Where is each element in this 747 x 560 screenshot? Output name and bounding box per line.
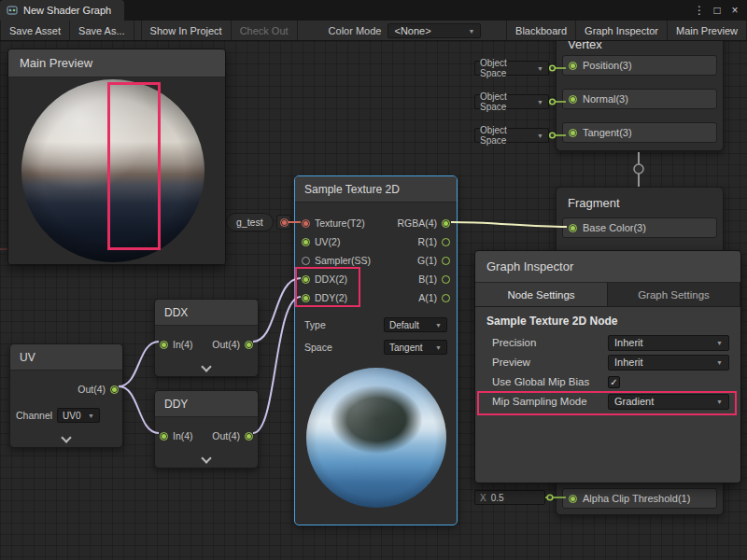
normal-space-dropdown[interactable]: Object Space ▼ [474, 94, 549, 109]
ddx-out-port-icon[interactable] [245, 341, 253, 349]
precision-row: Precision Inherit ▼ [486, 333, 729, 352]
normal-space-value: Object Space [480, 91, 533, 112]
property-output-port-icon[interactable] [280, 218, 289, 227]
a-port[interactable]: A(1) [397, 288, 450, 307]
ddx-node[interactable]: DDX In(4) Out(4) [154, 299, 259, 377]
sample-input-ports: Texture(T2) UV(2) Sampler(SS) DDX(2) DDY… [302, 214, 371, 307]
vertex-port-position[interactable]: Position(3) [562, 55, 717, 76]
normal-port-label: Normal(3) [583, 93, 628, 105]
ddx-in-port[interactable]: In(4) [160, 339, 193, 350]
chevron-down-icon: ▼ [716, 399, 723, 405]
ddy-input-port-label: DDY(2) [315, 292, 347, 303]
rgba-port-icon[interactable] [442, 219, 450, 228]
menu-icon[interactable]: ⋮ [692, 0, 707, 21]
rgba-port[interactable]: RGBA(4) [397, 214, 450, 232]
main-preview-sphere[interactable] [21, 79, 204, 262]
ddy-collapse-button[interactable] [155, 455, 258, 462]
main-preview-toggle-button[interactable]: Main Preview [668, 21, 747, 40]
mip-mode-row: Mip Sampling Mode Gradient ▼ [486, 392, 729, 411]
ddx-input-port[interactable]: DDX(2) [302, 270, 371, 288]
uv-out-label: Out(4) [78, 384, 106, 395]
sampler-port[interactable]: Sampler(SS) [302, 251, 371, 270]
ddy-out-port[interactable]: Out(4) [212, 430, 253, 441]
texture-port[interactable]: Texture(T2) [302, 214, 371, 232]
vertex-port-normal[interactable]: Normal(3) [562, 89, 717, 109]
mip-mode-dropdown[interactable]: Gradient ▼ [608, 394, 729, 410]
ddy-input-port[interactable]: DDY(2) [302, 288, 371, 307]
position-space-dropdown[interactable]: Object Space ▼ [474, 61, 549, 76]
texture-port-icon[interactable] [302, 219, 310, 228]
alpha-clip-value-widget[interactable]: X 0.5 [474, 490, 545, 505]
chevron-down-icon: ▼ [537, 65, 543, 72]
collapse-chevron-icon [201, 361, 211, 371]
g-port[interactable]: G(1) [397, 251, 450, 270]
ddy-in-port[interactable]: In(4) [160, 430, 193, 441]
ddx-in-port-icon[interactable] [160, 341, 168, 349]
document-tab[interactable]: New Shader Graph [0, 0, 124, 21]
uv-input-port[interactable]: UV(2) [302, 232, 371, 251]
maximize-icon[interactable]: □ [710, 0, 725, 21]
precision-dropdown[interactable]: Inherit ▼ [608, 335, 729, 351]
r-port-icon[interactable] [442, 238, 450, 246]
save-as-button[interactable]: Save As... [70, 21, 134, 40]
graph-inspector-header[interactable]: Graph Inspector [475, 251, 740, 283]
collapse-chevron-icon [61, 432, 71, 442]
tab-node-settings[interactable]: Node Settings [475, 283, 608, 306]
ddy-out-port-icon[interactable] [245, 432, 253, 441]
tab-graph-settings[interactable]: Graph Settings [608, 283, 740, 306]
preview-dropdown[interactable]: Inherit ▼ [608, 355, 729, 371]
tangent-port-label: Tangent(3) [583, 127, 632, 138]
g-port-icon[interactable] [442, 257, 450, 265]
b-port[interactable]: B(1) [397, 270, 450, 288]
mip-mode-label: Mip Sampling Mode [492, 396, 608, 407]
inspector-heading: Sample Texture 2D Node [486, 315, 729, 328]
uv-input-port-icon[interactable] [302, 238, 310, 246]
ddy-port-row: In(4) Out(4) [155, 427, 258, 445]
space-dropdown[interactable]: Tangent ▼ [384, 340, 447, 355]
type-dropdown[interactable]: Default ▼ [384, 317, 447, 332]
alpha-value[interactable]: 0.5 [491, 493, 504, 503]
color-mode-dropdown[interactable]: <None> ▼ [388, 23, 481, 38]
toolbar: Save Asset Save As... Show In Project Ch… [0, 21, 747, 41]
a-port-icon[interactable] [442, 294, 450, 302]
ddx-input-port-icon[interactable] [302, 275, 310, 284]
type-value: Default [389, 320, 419, 330]
position-port-icon[interactable] [569, 62, 577, 70]
basecolor-port-icon[interactable] [569, 224, 577, 232]
uv-out-port-icon[interactable] [110, 385, 119, 394]
ddx-port-row: In(4) Out(4) [155, 335, 258, 354]
show-in-project-button[interactable]: Show In Project [141, 21, 232, 40]
ddx-out-port[interactable]: Out(4) [212, 339, 253, 350]
b-port-icon[interactable] [442, 275, 450, 284]
save-asset-button[interactable]: Save Asset [0, 21, 70, 40]
sample-texture-2d-node[interactable]: Sample Texture 2D Texture(T2) UV(2) Samp… [294, 175, 458, 525]
fragment-port-alphaclip[interactable]: Alpha Clip Threshold(1) [562, 488, 717, 509]
preview-value: Inherit [614, 357, 643, 368]
property-output-port-box[interactable] [276, 215, 291, 230]
blackboard-toggle-button[interactable]: Blackboard [506, 21, 576, 40]
ddy-node[interactable]: DDY In(4) Out(4) [154, 390, 259, 469]
ddy-in-port-icon[interactable] [160, 432, 168, 441]
graph-inspector-toggle-button[interactable]: Graph Inspector [576, 21, 668, 40]
tangent-port-icon[interactable] [569, 129, 577, 137]
chevron-down-icon: ▼ [537, 133, 543, 139]
uv-out-port-row[interactable]: Out(4) [10, 380, 122, 399]
close-icon[interactable]: × [727, 0, 742, 21]
alphaclip-port-icon[interactable] [569, 495, 577, 503]
ddy-input-port-icon[interactable] [302, 294, 310, 302]
mip-bias-checkbox[interactable]: ✓ [608, 376, 620, 388]
vertex-port-tangent[interactable]: Tangent(3) [562, 122, 717, 143]
fragment-port-basecolor[interactable]: Base Color(3) [562, 217, 717, 238]
position-port-label: Position(3) [583, 60, 632, 71]
ddx-collapse-button[interactable] [155, 363, 258, 371]
uv-node[interactable]: UV Out(4) Channel UV0 ▼ [9, 343, 123, 448]
property-node-g-test[interactable]: g_test [226, 213, 274, 231]
normal-port-icon[interactable] [569, 95, 577, 104]
tangent-space-dropdown[interactable]: Object Space ▼ [474, 128, 549, 143]
uv-channel-dropdown[interactable]: UV0 ▼ [57, 408, 100, 423]
uv-collapse-button[interactable] [10, 434, 122, 441]
precision-value: Inherit [614, 337, 643, 348]
main-preview-header[interactable]: Main Preview [8, 49, 225, 77]
r-port[interactable]: R(1) [397, 232, 450, 251]
sampler-port-icon[interactable] [302, 257, 310, 265]
